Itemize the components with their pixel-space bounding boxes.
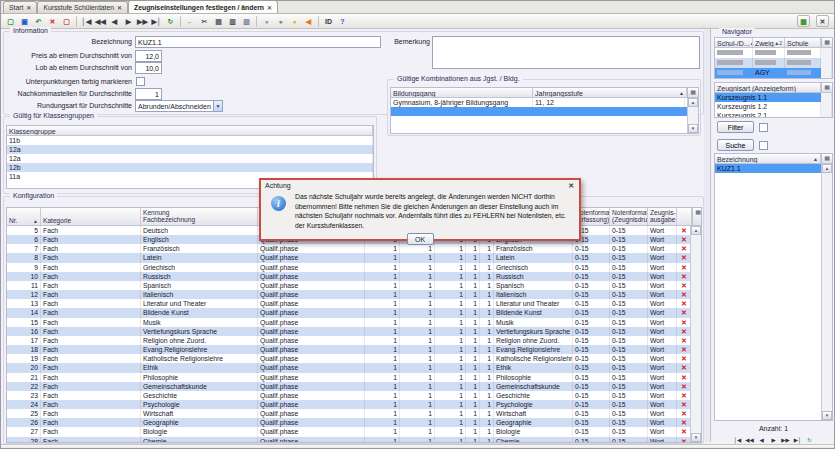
lob-input[interactable] — [135, 62, 162, 74]
refresh-icon[interactable]: ↻ — [164, 15, 177, 27]
school-row[interactable] — [715, 48, 832, 58]
filter-checkbox[interactable] — [759, 123, 768, 132]
konfiguration-row[interactable]: 8 Fach Latein Qualif.phase 1 1 1 1 1 Lat… — [7, 253, 701, 262]
kombination-row[interactable]: Gymnasium, 8-jähriger Bildungsgang 11, 1… — [391, 98, 698, 107]
konfiguration-row[interactable]: 19 Fach Katholische Religionslehre Quali… — [7, 354, 701, 363]
hint-bulb-icon[interactable]: ● — [288, 15, 301, 27]
select-records-icon[interactable]: ▧ — [240, 15, 253, 27]
preis-input[interactable] — [135, 50, 162, 62]
kombinationen-scrollbar[interactable]: ▲ ▼ — [687, 98, 698, 133]
header-notenformat-zeugnisdruck[interactable]: Notenformat (Zeugnisdruck) — [610, 208, 648, 225]
tab[interactable]: Start ✕ — [3, 1, 37, 13]
konfiguration-row[interactable]: 25 Fach Wirtschaft Qualif.phase 1 1 1 1 … — [7, 409, 701, 418]
chevron-down-icon[interactable]: ▼ — [213, 101, 222, 111]
header-zeugnisausgabe[interactable]: Zeugnis- ausgabe — [648, 208, 677, 225]
bezeichnung-input[interactable] — [135, 36, 381, 48]
konfiguration-row[interactable]: 27 Fach Biologie Qualif.phase 1 1 1 1 1 … — [7, 427, 701, 436]
zeugnisart-row[interactable]: Kurszeugnis 1.2 — [715, 102, 832, 111]
konfiguration-row[interactable]: 10 Fach Russisch Qualif.phase 1 1 1 1 1 … — [7, 272, 701, 281]
dialog-close-icon[interactable]: ✕ — [568, 182, 574, 190]
konfiguration-row[interactable]: 26 Fach Geographie Qualif.phase 1 1 1 1 … — [7, 418, 701, 427]
help-icon[interactable]: ? — [336, 15, 349, 27]
header-schule[interactable]: Schule — [785, 38, 821, 47]
konfiguration-row[interactable]: 14 Fach Bildende Kunst Qualif.phase 1 1 … — [7, 308, 701, 317]
konfiguration-row[interactable]: 21 Fach Philosophie Qualif.phase 1 1 1 1… — [7, 373, 701, 382]
header-bezeichnung[interactable]: Bezeichnung ▲ — [715, 154, 821, 163]
tab-close-icon[interactable]: ✕ — [267, 4, 272, 11]
scroll-up-icon[interactable]: ▲ — [688, 98, 698, 107]
paste-icon[interactable]: ▥ — [226, 15, 239, 27]
tab-close-icon[interactable]: ✕ — [117, 4, 122, 11]
fast-prior-icon[interactable]: ◀◀ — [94, 15, 107, 27]
konfiguration-row[interactable]: 20 Fach Ethik Qualif.phase 1 1 1 1 1 Eth… — [7, 363, 701, 372]
header-klassengruppe[interactable]: Klassengruppe — [7, 126, 373, 135]
view-icon[interactable]: ● — [274, 15, 287, 27]
konfiguration-row[interactable]: 22 Fach Gemeinschaftskunde Qualif.phase … — [7, 382, 701, 391]
rundungsart-select[interactable]: Abrunden/Abschneiden ▼ — [135, 100, 223, 112]
header-jahrgangsstufe[interactable]: Jahrgangsstufe ▲ — [533, 88, 687, 97]
new-record-icon[interactable]: ▢ — [4, 15, 17, 27]
filter-button[interactable]: Filter — [717, 121, 754, 133]
klassengruppe-row[interactable]: 11b — [7, 136, 373, 145]
scroll-up-icon[interactable]: ▲ — [822, 164, 832, 173]
id-button[interactable]: ID — [322, 15, 335, 27]
last-record-icon[interactable]: ▶│ — [150, 15, 163, 27]
column-config-icon[interactable]: ▦ — [692, 208, 702, 225]
konfiguration-row[interactable]: 28 Fach Chemie Qualif.phase 1 1 1 1 1 Ch… — [7, 437, 701, 443]
header-kennung[interactable]: Kennung Fachbezeichnung — [141, 208, 258, 225]
klassengruppe-row[interactable]: 12a — [7, 154, 373, 163]
konfiguration-row[interactable]: 17 Fach Religion ohne Zuord. Qualif.phas… — [7, 336, 701, 345]
header-schul-d[interactable]: Schul-/D... ▲1 — [715, 38, 753, 47]
kombination-row[interactable]: ✕ — [391, 107, 698, 116]
konfiguration-row[interactable]: 15 Fach Musik Qualif.phase 1 1 1 1 1 Mus… — [7, 318, 701, 327]
school-row[interactable] — [715, 58, 832, 68]
first-record-icon[interactable]: │◀ — [80, 15, 93, 27]
column-config-icon[interactable]: ▦ — [821, 38, 832, 47]
copy-icon[interactable]: ▤ — [212, 15, 225, 27]
header-nr[interactable]: Nr. ▲ — [7, 208, 41, 225]
konfiguration-row[interactable]: 16 Fach Vertiefungskurs Sprache Qualif.p… — [7, 327, 701, 336]
zeugnisart-row[interactable]: Kurszeugnis 1.1 — [715, 93, 832, 102]
scroll-up-icon[interactable]: ▲ — [691, 226, 701, 235]
column-config-icon[interactable]: ▦ — [821, 154, 832, 163]
back-arrow-icon[interactable]: ← — [184, 15, 197, 27]
prior-record-icon[interactable]: ◀ — [108, 15, 121, 27]
school-row[interactable]: AGY — [715, 68, 832, 78]
konfiguration-row[interactable]: 24 Fach Psychologie Qualif.phase 1 1 1 1… — [7, 400, 701, 409]
nachkomma-input[interactable] — [135, 88, 162, 100]
ok-button[interactable]: OK — [407, 233, 434, 245]
zeugnisart-row[interactable]: Kurszeugnis 2.1 — [715, 111, 832, 118]
bezeichnung-scrollbar[interactable]: ▲ ▼ — [821, 164, 832, 420]
column-config-icon[interactable]: ▦ — [687, 88, 698, 97]
scroll-down-icon[interactable]: ▼ — [822, 411, 832, 420]
header-zweig[interactable]: Zweig ▲2 — [753, 38, 785, 47]
konfiguration-row[interactable]: 12 Fach Italienisch Qualif.phase 1 1 1 1… — [7, 290, 701, 299]
header-zeugnisart[interactable]: Zeugnisart (Anzeigeform) — [715, 83, 821, 92]
header-bildungsgang[interactable]: Bildungsgang — [391, 88, 533, 97]
bemerkung-textarea[interactable] — [432, 36, 700, 69]
cut-icon[interactable]: ✂ — [198, 15, 211, 27]
konfiguration-row[interactable]: 13 Fach Literatur und Theater Qualif.pha… — [7, 299, 701, 308]
suche-checkbox[interactable] — [759, 141, 768, 150]
konfiguration-row[interactable]: 18 Fach Evang.Religionslehre Qualif.phas… — [7, 345, 701, 354]
konfiguration-row[interactable]: 11 Fach Spanisch Qualif.phase 1 1 1 1 1 … — [7, 281, 701, 290]
fast-next-icon[interactable]: ▶▶ — [136, 15, 149, 27]
delete-record-icon[interactable]: ✕ — [46, 15, 59, 27]
next-record-icon[interactable]: ▶ — [122, 15, 135, 27]
save-icon[interactable]: ▣ — [18, 15, 31, 27]
detach-view-icon[interactable]: ▦ — [797, 15, 810, 27]
tab[interactable]: Kursstufe Schülerdaten ✕ — [37, 1, 128, 13]
konfiguration-scrollbar[interactable]: ▲ ▼ — [690, 226, 701, 442]
undo-icon[interactable]: ↶ — [32, 15, 45, 27]
klassengruppe-row[interactable]: 12a — [7, 145, 373, 154]
tab-close-icon[interactable]: ✕ — [26, 4, 31, 11]
announce-icon[interactable]: ◀ — [302, 15, 315, 27]
konfiguration-row[interactable]: 23 Fach Geschichte Qualif.phase 1 1 1 1 … — [7, 391, 701, 400]
suche-button[interactable]: Suche — [717, 139, 754, 151]
header-kategorie[interactable]: Kategorie — [41, 208, 141, 225]
konfiguration-row[interactable]: 9 Fach Griechisch Qualif.phase 1 1 1 1 1… — [7, 263, 701, 272]
lock-icon[interactable]: ● — [260, 15, 273, 27]
unterpunktungen-checkbox[interactable] — [136, 77, 145, 86]
bezeichnung-row[interactable]: KUZ1.1 — [715, 164, 832, 173]
konfiguration-row[interactable]: 7 Fach Französisch Qualif.phase 1 1 1 1 … — [7, 244, 701, 253]
